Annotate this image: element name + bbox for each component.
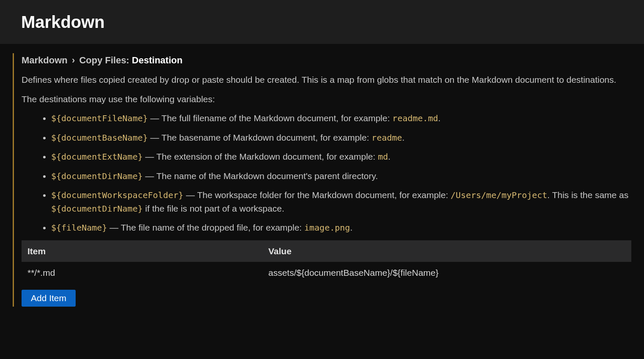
variable-item: ${documentDirName} — The name of the Mar… [51,169,631,183]
setting-description: Defines where files copied created by dr… [22,73,631,234]
add-item-button[interactable]: Add Item [22,290,76,307]
table-cell-item: **/*.md [27,266,268,280]
variable-item: ${fileName} — The file name of the dropp… [51,221,631,234]
variable-item: ${documentExtName} — The extension of th… [51,150,631,163]
variable-token: ${documentFileName} [51,113,148,123]
settings-content: Markdown › Copy Files: Destination Defin… [0,44,644,319]
variables-list: ${documentFileName} — The full filename … [22,112,631,234]
variable-item: ${documentBaseName} — The basename of Ma… [51,131,631,144]
description-paragraph: The destinations may use the following v… [22,92,631,106]
breadcrumb-parent: Markdown [22,55,68,65]
table-cell-value: assets/${documentBaseName}/${fileName} [268,266,625,280]
variable-token: ${documentWorkspaceFolder} [51,190,183,200]
breadcrumb-group: Copy Files: [79,55,129,65]
destination-table: Item Value **/*.md assets/${documentBase… [22,240,631,284]
variable-token: ${fileName} [51,223,107,233]
chevron-icon: › [72,55,75,65]
page-title: Markdown [21,9,644,35]
table-header-item: Item [27,245,268,258]
variable-item: ${documentFileName} — The full filename … [51,112,631,125]
variable-token: ${documentBaseName} [51,133,148,143]
section-header: Markdown [0,0,644,44]
setting-title: Markdown › Copy Files: Destination [22,53,631,67]
variable-item: ${documentWorkspaceFolder} — The workspa… [51,188,631,215]
breadcrumb-leaf: Destination [132,55,183,65]
table-header-value: Value [268,245,625,258]
variable-token: ${documentExtName} [51,152,143,162]
description-paragraph: Defines where files copied created by dr… [22,73,631,87]
setting-copyfiles-destination: Markdown › Copy Files: Destination Defin… [13,53,631,307]
table-header-row: Item Value [22,240,631,262]
variable-token: ${documentDirName} [51,171,143,181]
table-row[interactable]: **/*.md assets/${documentBaseName}/${fil… [22,262,631,284]
